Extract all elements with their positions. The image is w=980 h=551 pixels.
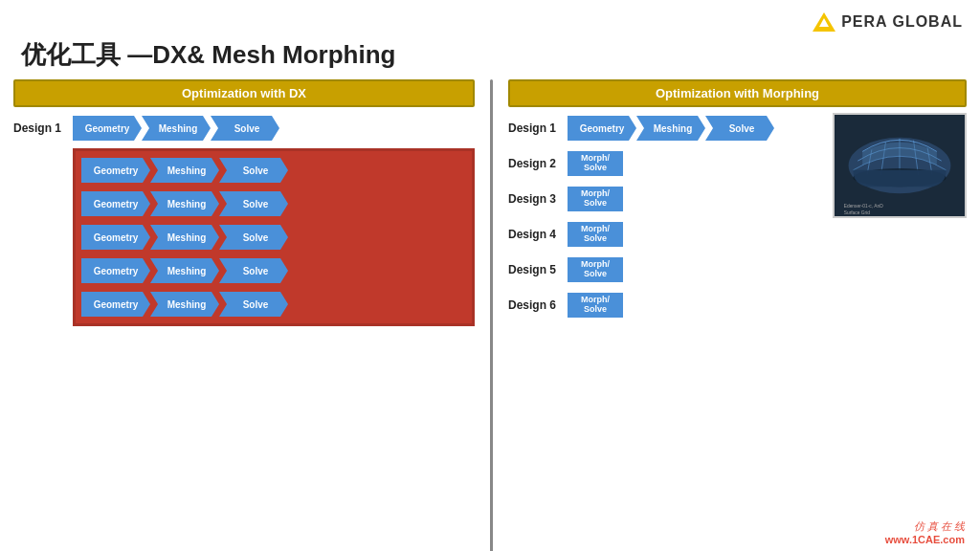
- left-design-row-3: Geometry Meshing Solve: [81, 188, 466, 219]
- left-meshing-6: Meshing: [150, 292, 219, 317]
- model-image: Edenser-01-c, AnD Surface Grid: [833, 113, 967, 218]
- vertical-divider: [490, 79, 493, 551]
- left-panel: Optimization with DX Design 1 Geometry M…: [10, 79, 479, 551]
- left-design-row-2: Geometry Meshing Solve: [81, 155, 466, 186]
- right-geometry-1: Geometry: [568, 116, 636, 141]
- right-design-row-5: Design 5 Morph/Solve: [508, 254, 825, 285]
- header: PERA GLOBAL: [0, 0, 980, 36]
- left-geometry-1: Geometry: [73, 116, 142, 141]
- left-design-row-1: Design 1 Geometry Meshing Solve: [13, 113, 475, 143]
- left-meshing-3: Meshing: [150, 191, 219, 216]
- left-design-3-arrows: Geometry Meshing Solve: [81, 191, 288, 216]
- left-design-row-4: Geometry Meshing Solve: [81, 222, 466, 253]
- left-meshing-5: Meshing: [150, 258, 219, 283]
- left-geometry-2: Geometry: [81, 158, 150, 183]
- right-design-2-label: Design 2: [508, 157, 568, 170]
- right-design-row-2: Design 2 Morph/Solve: [508, 148, 825, 179]
- logo-icon: [813, 12, 835, 32]
- right-design-col: Design 1 Geometry Meshing Solve Design 2…: [508, 113, 825, 325]
- right-design-5-label: Design 5: [508, 263, 568, 276]
- svg-text:Surface Grid: Surface Grid: [844, 210, 870, 215]
- left-solve-3: Solve: [219, 191, 288, 216]
- left-design-1-arrows: Geometry Meshing Solve: [73, 116, 279, 141]
- right-design-1-arrows: Geometry Meshing Solve: [568, 116, 774, 141]
- left-meshing-1: Meshing: [142, 116, 211, 141]
- watermark-line1: 仿 真 在 线: [885, 519, 965, 534]
- right-design-row-4: Design 4 Morph/Solve: [508, 219, 825, 250]
- right-section-header: Optimization with Morphing: [508, 79, 967, 107]
- left-design-2-arrows: Geometry Meshing Solve: [81, 158, 288, 183]
- right-design-row-6: Design 6 Morph/Solve: [508, 290, 825, 320]
- right-morph-6: Morph/Solve: [568, 293, 623, 318]
- left-section-header: Optimization with DX: [13, 79, 475, 107]
- right-meshing-1: Meshing: [636, 116, 705, 141]
- right-design-6-label: Design 6: [508, 298, 568, 312]
- right-morph-4: Morph/Solve: [568, 222, 623, 247]
- left-solve-6: Solve: [219, 292, 288, 317]
- left-geometry-6: Geometry: [81, 292, 150, 317]
- main-content: Optimization with DX Design 1 Geometry M…: [0, 79, 980, 551]
- left-design-row-6: Geometry Meshing Solve: [81, 289, 466, 320]
- left-solve-1: Solve: [211, 116, 279, 141]
- page-title: 优化工具 —DX& Mesh Morphing: [0, 36, 980, 79]
- right-design-4-label: Design 4: [508, 228, 568, 241]
- right-morph-2: Morph/Solve: [568, 151, 623, 176]
- left-meshing-4: Meshing: [150, 225, 219, 250]
- left-meshing-2: Meshing: [150, 158, 219, 183]
- left-design-1-label: Design 1: [13, 121, 73, 135]
- left-geometry-3: Geometry: [81, 191, 150, 216]
- left-design-row-5: Geometry Meshing Solve: [81, 255, 466, 286]
- left-geometry-5: Geometry: [81, 258, 150, 283]
- left-design-4-arrows: Geometry Meshing Solve: [81, 225, 288, 250]
- logo-text: PERA GLOBAL: [841, 13, 963, 31]
- right-design-row-1: Design 1 Geometry Meshing Solve: [508, 113, 825, 143]
- watermark-line2: www.1CAE.com: [885, 534, 965, 545]
- right-morph-3: Morph/Solve: [568, 187, 623, 211]
- model-svg: Edenser-01-c, AnD Surface Grid: [835, 113, 965, 218]
- right-panel: Optimization with Morphing Design 1 Geom…: [504, 79, 970, 551]
- left-geometry-4: Geometry: [81, 225, 150, 250]
- right-design-3-label: Design 3: [508, 192, 568, 206]
- left-solve-5: Solve: [219, 258, 288, 283]
- svg-text:Edenser-01-c, AnD: Edenser-01-c, AnD: [844, 204, 883, 209]
- right-morph-5: Morph/Solve: [568, 257, 623, 282]
- left-solve-2: Solve: [219, 158, 288, 183]
- right-design-row-3: Design 3 Morph/Solve: [508, 184, 825, 214]
- left-design-5-arrows: Geometry Meshing Solve: [81, 258, 288, 283]
- right-panel-inner: Design 1 Geometry Meshing Solve Design 2…: [508, 113, 967, 325]
- right-solve-1: Solve: [705, 116, 774, 141]
- logo-area: PERA GLOBAL: [813, 12, 963, 32]
- left-red-group: Geometry Meshing Solve Geometry Meshing …: [73, 148, 475, 326]
- left-solve-4: Solve: [219, 225, 288, 250]
- right-design-1-label: Design 1: [508, 121, 568, 135]
- watermark: 仿 真 在 线 www.1CAE.com: [885, 519, 965, 545]
- left-design-6-arrows: Geometry Meshing Solve: [81, 292, 288, 317]
